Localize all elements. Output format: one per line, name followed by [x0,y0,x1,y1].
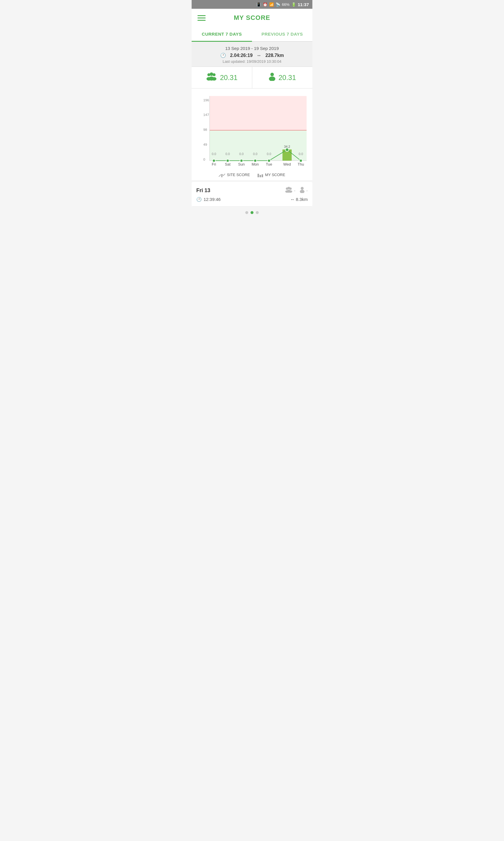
dot-mon [254,159,257,162]
vibrate-icon: 📳 [256,2,261,7]
trip-distance: ↔ 8.3km [290,197,308,202]
svg-text:Thu: Thu [298,162,304,167]
trip-distance-value: 8.3km [296,197,308,202]
status-bar: 📳 ⏰ 📶 📡 66% 🔋 11:37 [192,0,312,9]
svg-text:0.0: 0.0 [267,152,271,156]
trip-personal-score: - [300,187,308,194]
clock-icon-trip: 🕐 [196,197,202,202]
svg-point-41 [289,190,292,193]
dot-wed [285,148,289,152]
svg-text:147: 147 [203,113,209,117]
wifi-icon: 📶 [269,2,274,7]
trip-scores: - - [285,187,308,194]
menu-button[interactable] [197,15,205,21]
signal-icon: 📡 [276,2,280,7]
header: MY SCORE [192,9,312,27]
legend-site-score-label: SITE SCORE [227,173,250,177]
svg-point-38 [289,187,292,190]
svg-text:0.0: 0.0 [212,152,216,156]
legend-my-score-label: MY SCORE [265,173,285,177]
dot-sat [226,159,229,162]
svg-text:Tue: Tue [266,162,272,167]
svg-point-5 [212,77,216,81]
battery-icon: 🔋 [291,2,296,7]
svg-point-43 [300,190,305,193]
group-icon-small [285,187,292,194]
distance-value: 228.7km [266,53,284,58]
trip-list: Fri 13 - [192,182,312,206]
svg-rect-33 [257,174,259,177]
svg-text:0.0: 0.0 [226,152,230,156]
svg-text:Wed: Wed [283,162,291,167]
svg-text:98: 98 [203,127,208,132]
page-dot-3[interactable] [256,211,259,214]
distance-arrow-trip: ↔ [290,197,296,202]
svg-point-7 [269,76,275,81]
svg-rect-14 [210,130,307,160]
clock-time: 11:37 [298,2,309,7]
duration-value: 2.04:26:19 [230,53,253,58]
svg-point-6 [270,73,274,76]
svg-text:0.0: 0.0 [239,152,244,156]
svg-rect-35 [262,174,263,177]
svg-text:Mon: Mon [252,162,259,167]
group-icon [206,72,217,83]
svg-point-42 [301,187,304,190]
distance-arrow-icon: ↔ [257,53,261,58]
svg-text:0.0: 0.0 [253,152,257,156]
chart-container: 0 49 98 147 196 0.0 0.0 0.0 0.0 0.0 34.2… [192,88,312,169]
person-icon [269,72,276,83]
chart-legend: SITE SCORE MY SCORE [192,169,312,180]
tab-bar: CURRENT 7 DAYS PREVIOUS 7 DAYS [192,27,312,42]
svg-text:Sun: Sun [238,162,245,167]
menu-line-1 [197,15,205,16]
legend-site-score: SITE SCORE [219,173,250,177]
stats-row: 🕐 2.04:26:19 ↔ 228.7km [195,53,309,58]
trip-group-score-value: - [294,188,295,193]
svg-rect-13 [210,96,307,130]
score-chart: 0 49 98 147 196 0.0 0.0 0.0 0.0 0.0 34.2… [203,93,309,165]
personal-score-value: 20.31 [278,73,296,82]
trip-time-value: 12:39:46 [203,197,220,202]
page-dot-1[interactable] [245,211,248,214]
trip-date: Fri 13 [196,187,210,194]
site-score-legend-icon [219,173,225,177]
tab-current-7-days[interactable]: CURRENT 7 DAYS [192,27,252,41]
person-icon-small [300,187,305,194]
last-updated: Last updated: 19/09/2019 10:30:04 [195,59,309,64]
list-item[interactable]: Fri 13 - [192,182,312,206]
dot-fri [212,159,215,162]
svg-text:0.0: 0.0 [299,152,303,156]
page-dot-2[interactable] [251,211,253,214]
page-title: MY SCORE [234,14,270,22]
group-score-value: 20.31 [220,73,237,82]
menu-line-3 [197,20,205,21]
trip-group-score: - [285,187,295,194]
dot-tue [268,159,270,162]
menu-line-2 [197,18,205,18]
date-info-section: 13 Sep 2019 - 19 Sep 2019 🕐 2.04:26:19 ↔… [192,42,312,67]
svg-text:Fri: Fri [212,162,216,167]
group-score-cell: 20.31 [192,67,252,88]
trip-time: 🕐 12:39:46 [196,197,220,202]
my-score-legend-icon [257,173,263,177]
pagination [192,206,312,219]
personal-score-cell: 20.31 [252,67,313,88]
svg-text:196: 196 [203,98,209,102]
legend-my-score: MY SCORE [257,173,285,177]
dot-sun [240,159,243,162]
clock-icon-stats: 🕐 [220,53,226,58]
svg-text:49: 49 [203,142,207,147]
svg-text:Sat: Sat [225,162,231,167]
score-row: 20.31 20.31 [192,67,312,88]
tab-previous-7-days[interactable]: PREVIOUS 7 DAYS [252,27,312,41]
svg-rect-34 [259,175,261,177]
svg-point-2 [213,73,216,76]
alarm-icon: ⏰ [263,2,268,7]
svg-point-1 [210,72,213,76]
dot-thu [300,159,303,162]
svg-rect-32 [221,175,222,177]
svg-text:0: 0 [203,157,205,161]
battery-level: 66% [282,2,290,7]
date-range: 13 Sep 2019 - 19 Sep 2019 [195,46,309,51]
